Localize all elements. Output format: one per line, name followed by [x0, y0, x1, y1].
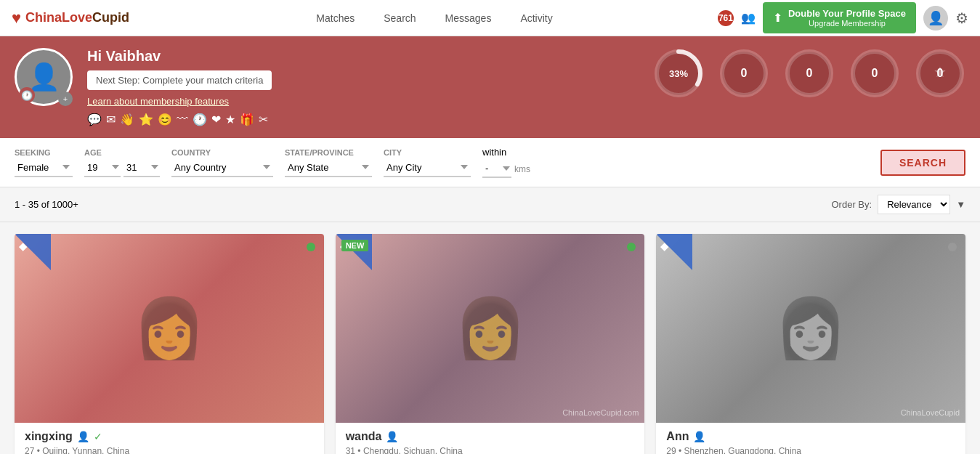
card-image-ann[interactable]: 👩 ◆ ChinaLoveCupid	[656, 234, 965, 423]
card-location-ann: Shenzhen, Guangdong, China	[684, 446, 801, 454]
watermark-ann: ChinaLoveCupid	[901, 408, 960, 417]
logo[interactable]: ♥ ChinaLoveCupid	[12, 9, 129, 28]
city-label: City	[384, 148, 471, 157]
card-location-xingxing: Qujing, Yunnan, China	[42, 446, 129, 454]
next-step-button[interactable]: Next Step: Complete your match criteria	[87, 70, 272, 90]
svg-text:◆: ◆	[660, 240, 669, 252]
svg-marker-11	[656, 234, 692, 270]
online-indicator-xingxing	[307, 243, 315, 251]
card-name-xingxing: xingxing	[25, 430, 73, 443]
age-field: Age 19 31	[84, 148, 160, 177]
profile-banner: 👤 🕐 + Hi Vaibhav Next Step: Complete you…	[0, 36, 980, 138]
card-info-ann: 29 • Shenzhen, Guangdong, China	[666, 446, 955, 454]
hand-icon: 👋	[120, 113, 134, 126]
card-info-xingxing: 27 • Qujing, Yunnan, China	[25, 446, 314, 454]
card-name-wanda: wanda	[346, 430, 382, 443]
upgrade-button[interactable]: ⬆ Double Your Profile Space Upgrade Memb…	[763, 2, 916, 33]
upgrade-title: Double Your Profile Space	[788, 8, 906, 19]
stat-zero-0: 0	[741, 67, 748, 80]
svg-text:◆: ◆	[18, 240, 28, 252]
state-select[interactable]: Any State	[285, 159, 372, 177]
member-icon-ann: 👤	[693, 431, 705, 442]
profile-card-wanda: 👩 ◆ NEW ChinaLoveCupid.com wanda 👤 31 • …	[336, 234, 645, 454]
seeking-label: Seeking	[15, 148, 73, 157]
country-select[interactable]: Any Country	[171, 159, 273, 177]
seeking-select[interactable]: Female	[15, 159, 73, 177]
settings-icon[interactable]: ⚙	[955, 9, 968, 27]
state-label: State/Province	[285, 148, 372, 157]
order-chevron-icon: ▼	[956, 199, 965, 210]
within-unit: kms	[514, 164, 530, 174]
country-field: Country Any Country	[171, 148, 273, 177]
card-image-wanda[interactable]: 👩 ◆ NEW ChinaLoveCupid.com	[336, 234, 645, 423]
star2-icon: ★	[225, 113, 235, 126]
profile-photo-xingxing: 👩	[15, 234, 324, 423]
order-by-select[interactable]: Relevance	[878, 195, 950, 214]
notification-count[interactable]: 761	[718, 10, 734, 26]
card-age-ann: 29	[666, 446, 676, 454]
city-select[interactable]: Any City	[384, 159, 471, 177]
order-by-label: Order By:	[832, 199, 872, 210]
clock2-icon: 🕐	[193, 113, 207, 126]
card-info-wanda: 31 • Chengdu, Sichuan, China	[346, 446, 635, 454]
nav-search[interactable]: Search	[384, 12, 416, 24]
online-indicator-ann	[948, 243, 957, 251]
stat-zero-3: 0	[937, 67, 944, 80]
wave-icon: 〰	[177, 113, 188, 126]
profile-card-xingxing: 👩 ◆ xingxing 👤 ✓ 27 • Qujing, Yunnan, Ch…	[15, 234, 324, 454]
card-name-row-wanda: wanda 👤	[346, 430, 635, 443]
search-bar: Seeking Female Age 19 31 Country Any Cou…	[0, 138, 980, 187]
people-icon: 👥	[741, 11, 756, 25]
card-image-xingxing[interactable]: 👩 ◆	[15, 234, 324, 423]
profile-cards-container: 👩 ◆ xingxing 👤 ✓ 27 • Qujing, Yunnan, Ch…	[0, 222, 980, 454]
banner-info: Hi Vaibhav Next Step: Complete your matc…	[87, 48, 639, 126]
state-field: State/Province Any State	[285, 148, 372, 177]
within-field: within - kms	[482, 147, 530, 178]
profile-card-ann: 👩 ◆ ChinaLoveCupid Ann 👤 29 • Shenzhen, …	[656, 234, 965, 454]
svg-marker-7	[15, 234, 51, 270]
search-button[interactable]: SEARCH	[880, 150, 965, 176]
stat-zero-2: 0	[872, 67, 878, 80]
logo-text: ChinaLoveCupid	[25, 10, 129, 25]
user-avatar-nav[interactable]: 👤	[923, 6, 948, 31]
within-row: - kms	[482, 160, 530, 178]
age-from-select[interactable]: 19	[84, 159, 121, 177]
city-field: City Any City	[384, 148, 471, 177]
new-badge-wanda: NEW	[341, 240, 369, 251]
member-icon-xingxing: 👤	[77, 431, 89, 442]
card-location-wanda: Chengdu, Sichuan, China	[363, 446, 463, 454]
profile-photo-ann: 👩	[656, 234, 965, 423]
nav-right: 761 👥 ⬆ Double Your Profile Space Upgrad…	[718, 2, 968, 33]
stat-circle-0a: 0	[718, 48, 769, 99]
card-body-ann: Ann 👤 29 • Shenzhen, Guangdong, China Se…	[656, 423, 965, 454]
stat-circle-0d: ★ 0	[915, 48, 965, 99]
nav-messages[interactable]: Messages	[445, 12, 492, 24]
chat-icon: 💬	[87, 113, 102, 126]
watermark-wanda: ChinaLoveCupid.com	[562, 408, 639, 417]
card-body-xingxing: xingxing 👤 ✓ 27 • Qujing, Yunnan, China …	[15, 423, 324, 454]
upgrade-icon: ⬆	[773, 11, 782, 25]
diamond-badge-icon: ◆	[15, 234, 51, 270]
banner-greeting: Hi Vaibhav	[87, 48, 639, 65]
avatar-user-icon: +	[58, 92, 73, 106]
order-by-section: Order By: Relevance ▼	[832, 195, 966, 214]
card-name-row-xingxing: xingxing 👤 ✓	[25, 430, 314, 443]
banner-stats: 33% 0 0 0 ★ 0	[653, 48, 965, 99]
top-navigation: ♥ ChinaLoveCupid Matches Search Messages…	[0, 0, 980, 36]
banner-feature-icons: 💬 ✉ 👋 ⭐ 😊 〰 🕐 ❤ ★ 🎁 ✂	[87, 113, 639, 126]
learn-features-link[interactable]: Learn about membership features	[87, 96, 639, 107]
stat-circle-progress: 33%	[653, 48, 704, 99]
card-body-wanda: wanda 👤 31 • Chengdu, Sichuan, China See…	[336, 423, 645, 454]
within-select[interactable]: -	[482, 160, 511, 178]
nav-activity[interactable]: Activity	[520, 12, 552, 24]
nav-matches[interactable]: Matches	[316, 12, 355, 24]
member-icon-wanda: 👤	[386, 431, 398, 442]
age-to-select[interactable]: 31	[123, 159, 160, 177]
results-count: 1 - 35 of 1000+	[15, 199, 78, 210]
verified-icon-xingxing: ✓	[94, 431, 102, 442]
age-label: Age	[84, 148, 160, 157]
scissors-icon: ✂	[259, 113, 268, 126]
logo-heart-icon: ♥	[12, 9, 21, 28]
fav-icon: ❤	[211, 113, 221, 126]
card-name-row-ann: Ann 👤	[666, 430, 955, 443]
